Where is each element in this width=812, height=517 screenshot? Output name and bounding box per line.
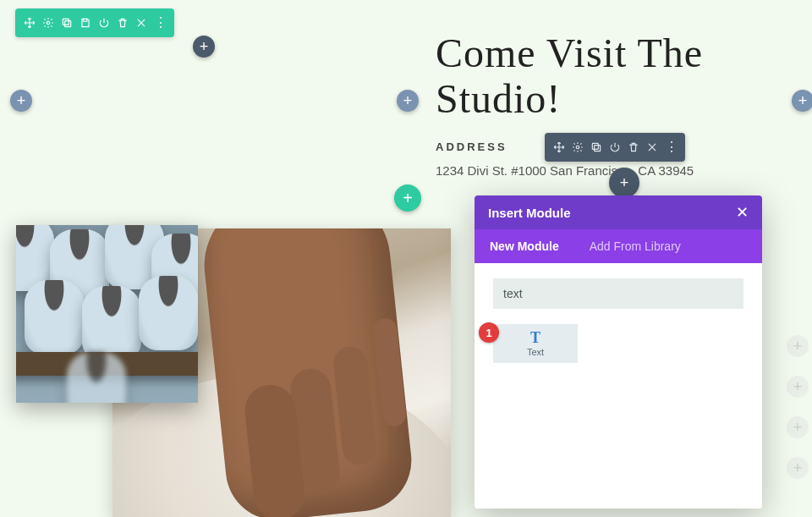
trash-icon[interactable] [113,14,132,32]
modal-tabs: New Module Add From Library [475,229,762,263]
add-module-button[interactable]: + [609,168,639,198]
move-icon[interactable] [550,138,568,157]
power-icon[interactable] [606,138,624,157]
insert-module-modal: Insert Module ✕ New Module Add From Libr… [475,195,762,509]
svg-rect-1 [65,21,71,27]
plus-icon: + [620,174,629,192]
ghost-add-2[interactable]: + [787,376,809,398]
plus-icon: + [403,189,413,208]
duplicate-icon[interactable] [587,138,606,157]
text-icon: T [530,330,540,345]
close-icon[interactable] [643,138,661,157]
save-icon[interactable] [76,14,95,32]
modal-close-button[interactable]: ✕ [736,203,749,222]
ghost-add-4[interactable]: + [787,457,809,479]
section-toolbar[interactable]: ⋮ [15,8,174,37]
gear-icon[interactable] [39,14,58,32]
more-icon[interactable]: ⋮ [661,138,680,157]
plus-icon: + [403,92,413,110]
add-row-button[interactable]: + [193,36,215,58]
move-icon[interactable] [20,14,39,32]
plus-icon: + [793,338,803,355]
plus-icon: + [17,92,26,110]
svg-rect-4 [595,146,601,151]
address-line: 1234 Divi St. #1000 San Francisco, CA 33… [436,163,694,178]
add-column-left-button[interactable]: + [10,90,32,112]
ghost-add-1[interactable]: + [787,335,809,357]
svg-point-3 [576,146,579,149]
ceramic-cups-image [16,225,198,403]
svg-rect-5 [592,143,598,149]
ghost-add-3[interactable]: + [787,416,809,438]
module-item-text[interactable]: T Text [493,324,578,363]
trash-icon[interactable] [624,138,643,157]
address-label: ADDRESS [436,140,508,153]
module-toolbar[interactable]: ⋮ [545,133,685,162]
duplicate-icon[interactable] [58,14,76,32]
plus-icon: + [793,459,803,477]
tab-add-from-library[interactable]: Add From Library [574,229,696,263]
module-search-input[interactable] [493,278,743,309]
plus-icon: + [793,419,803,437]
page-title: Come Visit The Studio! [436,30,812,122]
plus-icon: + [200,38,209,56]
svg-rect-2 [63,19,69,25]
tab-new-module[interactable]: New Module [475,229,574,263]
modal-body: T Text 1 [475,263,762,509]
modal-title: Insert Module [488,206,571,220]
add-column-mid-button[interactable]: + [397,90,419,112]
gear-icon[interactable] [568,138,587,157]
add-section-button[interactable]: + [394,184,421,212]
more-icon[interactable]: ⋮ [151,14,169,32]
module-item-label: Text [527,347,544,357]
svg-point-0 [47,21,50,25]
modal-header[interactable]: Insert Module ✕ [475,195,762,229]
step-marker-1: 1 [479,322,499,343]
power-icon[interactable] [95,14,113,32]
plus-icon: + [793,378,803,396]
close-icon[interactable] [132,14,151,32]
